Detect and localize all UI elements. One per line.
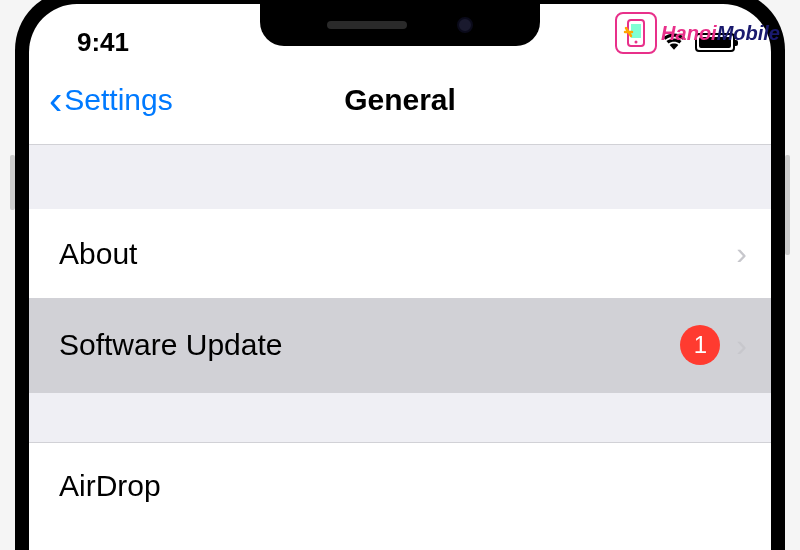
navigation-bar: ‹ Settings General — [29, 62, 771, 145]
svg-point-2 — [635, 41, 638, 44]
watermark-phone-icon — [615, 12, 657, 54]
phone-side-button — [785, 155, 790, 255]
phone-notch — [260, 4, 540, 46]
page-title: General — [344, 83, 456, 117]
front-camera — [457, 17, 473, 33]
about-label: About — [59, 237, 137, 271]
software-update-row[interactable]: Software Update 1 › — [29, 299, 771, 392]
chevron-right-icon: › — [736, 327, 747, 364]
speaker-grille — [327, 21, 407, 29]
back-label: Settings — [64, 83, 172, 117]
back-button[interactable]: ‹ Settings — [49, 80, 173, 120]
software-update-label: Software Update — [59, 328, 282, 362]
chevron-left-icon: ‹ — [49, 80, 62, 120]
notification-badge: 1 — [680, 325, 720, 365]
phone-frame: 9:41 — [15, 0, 785, 550]
section-spacer — [29, 392, 771, 442]
section-spacer — [29, 145, 771, 209]
settings-content: About › Software Update 1 › AirDrop — [29, 145, 771, 503]
watermark-logo: HanoiMobile — [615, 12, 780, 54]
chevron-right-icon: › — [736, 235, 747, 272]
phone-screen: 9:41 — [29, 4, 771, 550]
watermark-text: HanoiMobile — [661, 22, 780, 45]
about-row[interactable]: About › — [29, 209, 771, 299]
status-time: 9:41 — [77, 27, 129, 58]
airdrop-row[interactable]: AirDrop — [29, 442, 771, 503]
airdrop-label: AirDrop — [59, 469, 161, 502]
